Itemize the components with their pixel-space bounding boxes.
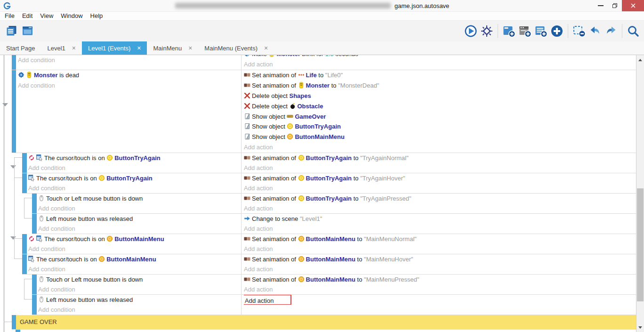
scroll-up-button[interactable] (636, 56, 644, 64)
show-icon (244, 123, 250, 130)
condition-line[interactable]: The cursor/touch is on ButtonTryAgain (28, 153, 241, 163)
tab-label: Level1 (47, 45, 65, 52)
menu-help[interactable]: Help (87, 12, 107, 20)
condition-line[interactable]: The cursor/touch is on ButtonTryAgain (28, 173, 241, 183)
title-bar: game.json.autosave (0, 0, 644, 12)
action-line[interactable]: Delete object Obstacle (244, 101, 636, 112)
object-name: ButtonMainMenu (114, 235, 164, 243)
add-action-link[interactable]: Add action (244, 142, 636, 153)
button-yellow-icon (298, 175, 305, 181)
set-animation-icon (244, 72, 250, 78)
tab-close-icon[interactable]: × (137, 45, 141, 51)
add-condition-link[interactable]: Add condition (38, 284, 241, 294)
redo-button[interactable] (604, 24, 618, 38)
minimize-button[interactable] (594, 0, 608, 11)
condition-line[interactable]: The cursor/touch is on ButtonMainMenu (28, 234, 241, 244)
play-button[interactable] (464, 24, 478, 38)
button-orange-icon (298, 235, 305, 242)
add-condition-link[interactable]: Add condition (28, 264, 241, 274)
add-event-button[interactable] (502, 24, 516, 38)
add-condition-link[interactable]: Add condition (28, 183, 241, 193)
restore-button[interactable] (608, 0, 622, 11)
comment-event[interactable]: GAME OVER (16, 315, 636, 329)
add-action-link[interactable]: Add action (244, 224, 636, 234)
action-line[interactable]: Delete object Shapes (244, 91, 636, 101)
tab-close-icon[interactable]: × (72, 45, 76, 51)
project-manager-button[interactable] (5, 24, 19, 38)
tab-close-icon[interactable]: × (264, 45, 268, 51)
vertical-scrollbar[interactable] (636, 55, 644, 332)
actions-cell: Set animation of ButtonMainMenu to "Main… (242, 254, 636, 274)
button-yellow-icon (98, 175, 105, 181)
text: Left mouse button was released (46, 215, 133, 222)
add-subevent-button[interactable] (518, 24, 532, 38)
add-comment-button[interactable] (534, 24, 548, 38)
action-line[interactable]: Make Monster blink for 1.5 seconds (244, 55, 636, 59)
action-line[interactable]: Show object GameOver (244, 112, 636, 122)
action-line[interactable]: Set animation of Monster to "MonsterDead… (244, 81, 636, 91)
add-action-link[interactable]: Add action (244, 284, 636, 294)
tab-level1-events[interactable]: Level1 (Events)× (82, 41, 147, 55)
minimize-icon (598, 5, 604, 6)
menu-edit[interactable]: Edit (18, 12, 36, 20)
delete-selection-button[interactable] (572, 24, 586, 38)
add-action-link[interactable]: Add action (244, 244, 636, 254)
add-condition-link[interactable]: Add condition (18, 81, 241, 91)
undo-button[interactable] (588, 24, 602, 38)
set-animation-icon (244, 256, 250, 262)
action-line[interactable]: Add action (244, 295, 636, 305)
add-action-link[interactable]: Add action (244, 203, 636, 213)
add-condition-link[interactable]: Add condition (38, 305, 241, 315)
add-condition-link[interactable]: Add condition (28, 244, 241, 254)
condition-line[interactable]: The cursor/touch is on ButtonMainMenu (28, 254, 241, 264)
action-line[interactable]: Set animation of ButtonTryAgain to "TryA… (244, 153, 636, 163)
add-action-link[interactable]: Add action (244, 163, 636, 173)
scrollbar-thumb[interactable] (637, 188, 644, 301)
menu-view[interactable]: View (36, 12, 57, 20)
placeholder-label: Add action (244, 266, 273, 273)
action-line[interactable]: Set animation of ButtonTryAgain to "TryA… (244, 194, 636, 203)
condition-line[interactable]: Left mouse button was released (38, 214, 241, 224)
tab-level1[interactable]: Level1× (41, 41, 82, 55)
action-line[interactable]: Show object ButtonMainMenu (244, 132, 636, 142)
show-icon (244, 133, 250, 140)
condition-line[interactable]: Touch or Left mouse button is down (38, 194, 241, 203)
add-condition-link[interactable]: Add condition (18, 55, 241, 65)
tab-mainmenu[interactable]: MainMenu× (147, 41, 198, 55)
action-line[interactable]: Set animation of Life to "Life0" (244, 70, 636, 81)
condition-line[interactable]: Monster is dead (18, 70, 241, 81)
add-condition-link[interactable]: Add condition (38, 203, 241, 213)
search-button[interactable] (626, 24, 640, 38)
action-line[interactable]: Change to scene "Level1" (244, 214, 636, 224)
action-line[interactable]: Set animation of ButtonMainMenu to "Main… (244, 275, 636, 284)
scene-window-button[interactable] (21, 24, 35, 38)
event-row: Add conditionMake Monster blink for 1.5 … (12, 55, 636, 70)
action-line[interactable]: Set animation of ButtonMainMenu to "Main… (244, 234, 636, 244)
menu-window[interactable]: Window (57, 12, 86, 20)
add-condition-link[interactable]: Add condition (38, 224, 241, 234)
debug-button[interactable] (480, 24, 494, 38)
tab-mainmenu-events[interactable]: MainMenu (Events)× (198, 41, 274, 55)
add-action-link-highlighted[interactable]: Add action (244, 295, 291, 305)
add-condition-link[interactable]: Add condition (28, 163, 241, 173)
text: Set animation of (252, 195, 298, 202)
add-plus-button[interactable] (550, 24, 564, 38)
menu-file[interactable]: File (1, 12, 18, 20)
add-action-link[interactable]: Add action (244, 59, 636, 70)
action-line[interactable]: Show object ButtonTryAgain (244, 121, 636, 132)
action-line[interactable]: Set animation of ButtonTryAgain to "TryA… (244, 173, 636, 183)
actions-cell: Make Monster blink for 1.5 secondsAdd ac… (242, 55, 636, 70)
action-line[interactable]: Set animation of ButtonMainMenu to "Main… (244, 254, 636, 264)
text: Set animation of (252, 72, 298, 79)
condition-line[interactable]: Left mouse button was released (38, 295, 241, 305)
object-name: ButtonMainMenu (306, 256, 355, 263)
condition-line[interactable]: Touch or Left mouse button is down (38, 275, 241, 284)
add-action-link[interactable]: Add action (244, 264, 636, 274)
close-button[interactable] (622, 0, 644, 11)
tab-label: Level1 (Events) (88, 45, 130, 52)
tab-start-page[interactable]: Start Page (0, 41, 41, 55)
scroll-down-button[interactable] (636, 324, 644, 331)
tab-close-icon[interactable]: × (188, 45, 192, 51)
placeholder-label: Add condition (38, 225, 75, 232)
add-action-link[interactable]: Add action (244, 183, 636, 193)
